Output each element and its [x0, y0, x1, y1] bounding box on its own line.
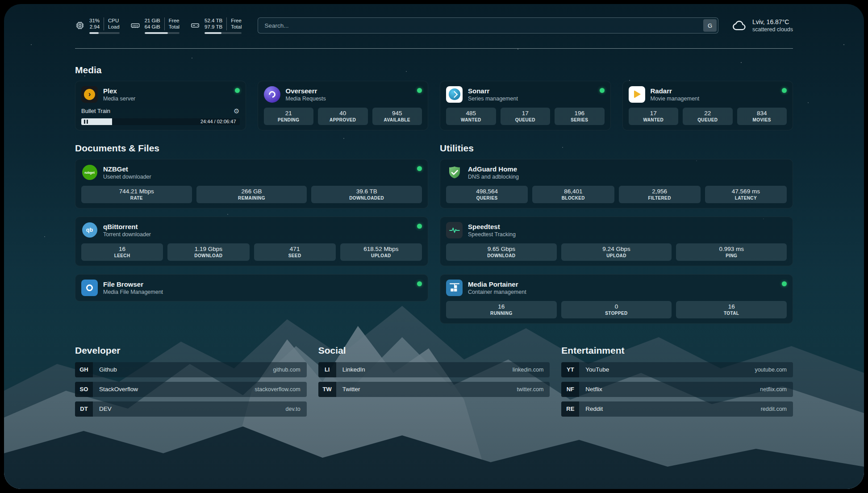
bookmark-url: stackoverflow.com	[255, 386, 307, 393]
disk-total-value: 97.9 TB	[204, 24, 226, 30]
service-name: File Browser	[103, 280, 163, 288]
playback-time: 24:44 / 02:06:47	[200, 118, 236, 125]
memory-free-value: 21 GiB	[145, 17, 164, 24]
bookmark-url: twitter.com	[517, 386, 550, 393]
playback-progress-bar[interactable]: 24:44 / 02:06:47	[81, 118, 240, 125]
bookmark-youtube[interactable]: YT YouTube youtube.com	[561, 362, 793, 377]
adguard-icon	[446, 164, 463, 181]
disk-free-value: 52.4 TB	[204, 17, 226, 24]
disk-icon	[190, 21, 200, 30]
card-overseerr[interactable]: Overseerr Media Requests 21PENDING 40APP…	[258, 81, 429, 130]
card-qbittorrent[interactable]: qb qBittorrent Torrent downloader 16LEEC…	[75, 217, 428, 266]
card-portainer[interactable]: Media Portainer Container management 16R…	[440, 274, 793, 324]
snow-specks	[4, 4, 5, 5]
card-radarr[interactable]: Radarr Movie management 17WANTED 22QUEUE…	[622, 81, 793, 130]
disk-total-label: Total	[226, 24, 242, 30]
service-subtitle: Media File Management	[103, 289, 163, 295]
bookmark-linkedin[interactable]: LI LinkedIn linkedin.com	[318, 362, 550, 377]
bookmark-abbr: NF	[561, 382, 579, 397]
dashboard-window: 31% CPU 2.94 Load 21 GiB Free 64 GiB	[4, 4, 864, 489]
bookmark-github[interactable]: GH Github github.com	[75, 362, 307, 377]
stat-tile: 39.6 TBDOWNLOADED	[311, 186, 422, 203]
card-filebrowser[interactable]: File Browser Media File Management	[75, 274, 428, 301]
stat-tile: 17WANTED	[629, 108, 679, 125]
card-sonarr[interactable]: Sonarr Series management 485WANTED 17QUE…	[440, 81, 611, 130]
service-subtitle: Media server	[103, 96, 135, 102]
service-name: Radarr	[651, 87, 700, 95]
stat-tile: 21PENDING	[264, 108, 314, 125]
bookmark-stackoverflow[interactable]: SO StackOverflow stackoverflow.com	[75, 382, 307, 397]
service-name: Sonarr	[468, 87, 518, 95]
bookmark-twitter[interactable]: TW Twitter twitter.com	[318, 382, 550, 397]
sonarr-icon	[446, 86, 463, 103]
service-subtitle: DNS and adblocking	[468, 174, 519, 180]
stat-tile: 9.24 GbpsUPLOAD	[561, 243, 672, 261]
memory-total-value: 64 GiB	[145, 24, 164, 30]
radarr-icon	[629, 86, 645, 103]
media-grid: Plex Media server Bullet Train 24:	[75, 81, 793, 130]
bookmark-abbr: DT	[75, 401, 93, 417]
search-provider-button[interactable]: G	[703, 19, 717, 32]
bookmark-url: netflix.com	[760, 386, 793, 393]
service-subtitle: Movie management	[651, 96, 700, 102]
bookmark-name: YouTube	[579, 366, 609, 373]
qbittorrent-icon: qb	[81, 222, 98, 238]
service-name: NZBGet	[103, 165, 151, 173]
disk-free-label: Free	[226, 17, 242, 24]
bookmark-name: Github	[93, 366, 117, 373]
cpu-widget: 31% CPU 2.94 Load	[75, 17, 120, 34]
bookmark-abbr: GH	[75, 362, 93, 377]
bookmark-group-entertainment: Entertainment YT YouTube youtube.com NF …	[561, 345, 793, 417]
service-subtitle: Container management	[468, 289, 526, 295]
bookmark-dev[interactable]: DT DEV dev.to	[75, 401, 307, 417]
bookmark-netflix[interactable]: NF Netflix netflix.com	[561, 382, 793, 397]
service-subtitle: Speedtest Tracking	[468, 231, 516, 238]
status-dot	[417, 281, 422, 286]
bookmark-name: Twitter	[336, 386, 360, 393]
settings-icon[interactable]	[234, 107, 239, 115]
plex-icon	[81, 86, 98, 103]
now-playing-title: Bullet Train	[81, 108, 110, 114]
memory-total-label: Total	[164, 24, 179, 30]
card-speedtest[interactable]: Speedtest Speedtest Tracking 9.65 GbpsDO…	[440, 217, 793, 266]
service-name: Overseerr	[286, 87, 326, 95]
service-subtitle: Series management	[468, 96, 518, 102]
card-plex[interactable]: Plex Media server Bullet Train 24:	[75, 81, 246, 130]
stat-tile: 16TOTAL	[676, 301, 787, 318]
overseerr-icon	[264, 86, 280, 103]
status-dot	[417, 224, 422, 229]
weather-condition: scattered clouds	[752, 26, 793, 33]
stat-tile: 485WANTED	[446, 108, 496, 125]
stat-tile: 17QUEUED	[501, 108, 551, 125]
stat-tile: 945AVAILABLE	[372, 108, 422, 125]
stat-tile: 2,956FILTERED	[619, 186, 701, 203]
bookmark-name: Reddit	[579, 405, 603, 412]
card-adguard[interactable]: AdGuard Home DNS and adblocking 498,564Q…	[440, 159, 793, 209]
status-dot	[600, 88, 605, 93]
stat-tile: 834MOVIES	[737, 108, 787, 125]
topbar-divider	[75, 48, 793, 49]
stat-tile: 0.993 msPING	[676, 243, 787, 261]
service-subtitle: Torrent downloader	[103, 231, 151, 238]
card-nzbget[interactable]: nzbget NZBGet Usenet downloader 744.21 M…	[75, 159, 428, 209]
cpu-load-label: Load	[104, 24, 120, 30]
pause-button[interactable]	[84, 120, 88, 124]
stat-tile: 266 GBREMAINING	[196, 186, 307, 203]
service-subtitle: Usenet downloader	[103, 174, 151, 180]
stat-tile: 744.21 MbpsRATE	[81, 186, 192, 203]
cloud-icon	[732, 18, 747, 33]
section-utilities: Utilities AdGu	[440, 143, 793, 324]
memory-progress-bar	[145, 32, 179, 34]
developer-section-title: Developer	[75, 345, 307, 356]
section-media: Media Plex Media server Bullet Train	[75, 65, 793, 130]
filebrowser-icon	[81, 280, 98, 296]
stat-tile: 22QUEUED	[683, 108, 733, 125]
search-input[interactable]	[258, 17, 718, 33]
bookmark-name: DEV	[93, 405, 112, 412]
stat-tile: 1.19 GbpsDOWNLOAD	[167, 243, 249, 261]
bookmark-abbr: YT	[561, 362, 579, 377]
entertainment-section-title: Entertainment	[561, 345, 793, 356]
search-bar: G	[258, 17, 718, 33]
bookmark-reddit[interactable]: RE Reddit reddit.com	[561, 401, 793, 417]
status-dot	[417, 166, 422, 171]
